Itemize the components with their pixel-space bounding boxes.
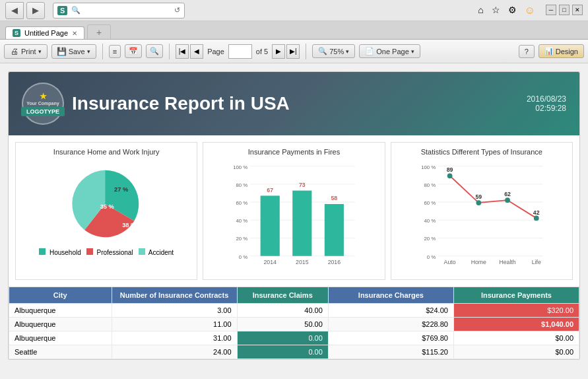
bar-chart-title: Insurance Payments in Fires: [209, 148, 379, 156]
cell-charges: $769.80: [328, 331, 453, 345]
view-icon: 📄: [365, 47, 374, 55]
help-button[interactable]: ?: [519, 45, 535, 58]
page-number-input[interactable]: 1: [228, 44, 252, 59]
col-claims: Insurance Claims: [237, 287, 328, 304]
household-label: Household: [49, 249, 81, 256]
smiley-icon[interactable]: ☺: [525, 5, 535, 17]
separator-2: [169, 44, 170, 59]
maximize-button[interactable]: □: [559, 5, 570, 15]
svg-text:89: 89: [446, 166, 453, 173]
bar-2014: [261, 195, 280, 256]
new-tab-button[interactable]: +: [87, 24, 111, 39]
settings-icon[interactable]: ⚙: [508, 5, 517, 17]
bar-2016: [325, 204, 344, 256]
page-label: Page: [207, 48, 224, 55]
save-icon: 💾: [57, 47, 67, 56]
cell-charges: $228.80: [328, 318, 453, 331]
save-button[interactable]: 💾 Save ▾: [51, 44, 96, 59]
zoom-button[interactable]: 🔍 75% ▾: [312, 44, 355, 58]
line-chart-line: [449, 176, 536, 218]
back-button[interactable]: ◀: [5, 2, 24, 19]
design-label: Design: [556, 48, 578, 55]
svg-text:2016: 2016: [328, 259, 341, 265]
cell-city: Albuquerque: [9, 318, 112, 331]
pie-chart-wrapper: 38 % 35 % 27 % Household Professional: [21, 160, 191, 256]
table-row: Seattle 24.00 0.00 $115.20 $0.00: [9, 345, 579, 359]
forward-button[interactable]: ▶: [26, 2, 45, 19]
minimize-button[interactable]: ─: [546, 5, 556, 15]
refresh-icon[interactable]: ↺: [174, 6, 180, 15]
home-icon[interactable]: ⌂: [478, 5, 483, 17]
bar-chart-svg: 100 % 80 % 60 % 40 % 20 % 0 %: [209, 160, 379, 272]
save-label: Save: [69, 48, 85, 55]
svg-text:Life: Life: [531, 259, 540, 265]
line-chart-svg: 100 % 80 % 60 % 40 % 20 % 0 %: [397, 160, 567, 272]
svg-text:2014: 2014: [264, 259, 277, 265]
cell-city: Seattle: [9, 345, 112, 359]
logo-tag: LOGOTYPE: [21, 107, 65, 116]
svg-text:Auto: Auto: [443, 259, 455, 265]
first-page-button[interactable]: |◀: [176, 44, 189, 59]
accident-dot: [139, 248, 145, 255]
active-tab[interactable]: S Untitled Page ✕: [5, 26, 84, 39]
tab-bar: S Untitled Page ✕ +: [0, 21, 588, 40]
zoom-dropdown-icon[interactable]: ▾: [346, 48, 349, 55]
svg-text:73: 73: [299, 182, 306, 188]
svg-text:100 %: 100 %: [421, 164, 436, 170]
cell-city: Albuquerque: [9, 331, 112, 345]
svg-text:67: 67: [267, 187, 274, 193]
save-dropdown-icon[interactable]: ▾: [87, 48, 90, 55]
svg-text:27 %: 27 %: [114, 186, 128, 193]
cell-payments: $0.00: [453, 331, 579, 345]
data-table: City Number of Insurance Contracts Insur…: [9, 287, 579, 359]
url-input[interactable]: [83, 7, 174, 15]
svg-text:80 %: 80 %: [424, 182, 436, 188]
pie-legend: Household Professional Accident: [39, 248, 174, 256]
table-row: Albuquerque 11.00 50.00 $228.80 $1,040.0…: [9, 318, 579, 331]
calendar-button[interactable]: 📅: [125, 44, 142, 58]
design-button[interactable]: 📊 Design: [539, 44, 584, 58]
professional-legend: Professional: [86, 248, 133, 256]
pie-chart-box: Insurance Home and Work Injury: [15, 142, 197, 280]
next-page-button[interactable]: ▶: [272, 44, 285, 59]
table-row: Albuquerque 31.00 0.00 $769.80 $0.00: [9, 331, 579, 345]
page-navigation: |◀ ◀ Page 1 of 5 ▶ ▶|: [176, 44, 300, 59]
cell-payments: $1,040.00: [453, 318, 579, 331]
search-button[interactable]: 🔍: [146, 44, 163, 58]
svg-text:2015: 2015: [296, 259, 309, 265]
print-button[interactable]: 🖨 Print ▾: [4, 44, 48, 59]
table-row: Albuquerque 3.00 40.00 $24.00 $320.00: [9, 304, 579, 318]
last-page-button[interactable]: ▶|: [286, 44, 300, 59]
grid-view-button[interactable]: ≡: [109, 45, 121, 58]
col-payments: Insurance Payments: [453, 287, 579, 304]
star-icon[interactable]: ☆: [492, 5, 500, 17]
close-button[interactable]: ✕: [572, 5, 583, 15]
prev-page-button[interactable]: ◀: [190, 44, 203, 59]
bar-chart-box: Insurance Payments in Fires 100 % 80 % 6…: [203, 142, 385, 280]
report-date: 2016/08/23: [527, 94, 566, 104]
print-label: Print: [21, 48, 36, 55]
report-container: ★ Your Company LOGOTYPE Insurance Report…: [8, 71, 580, 360]
zoom-icon: 🔍: [318, 47, 327, 55]
cell-contracts: 24.00: [112, 345, 237, 359]
print-dropdown-icon[interactable]: ▾: [38, 48, 42, 55]
tab-close-button[interactable]: ✕: [72, 30, 77, 37]
col-charges: Insurance Charges: [328, 287, 453, 304]
view-dropdown-icon[interactable]: ▾: [411, 48, 414, 55]
svg-text:Health: Health: [499, 259, 515, 265]
col-city: City: [9, 287, 112, 304]
cell-payments: $320.00: [453, 304, 579, 318]
professional-label: Professional: [97, 249, 133, 256]
point-health: [505, 197, 510, 203]
report-title: Insurance Report in USA: [72, 93, 290, 114]
pie-chart-title: Insurance Home and Work Injury: [21, 148, 191, 156]
svg-text:20 %: 20 %: [236, 236, 248, 242]
view-mode-button[interactable]: 📄 One Page ▾: [359, 44, 420, 58]
svg-text:0 %: 0 %: [426, 254, 435, 260]
tab-title: Untitled Page: [24, 29, 68, 37]
browser-logo: S: [57, 6, 67, 15]
address-bar[interactable]: S 🔍 ↺: [53, 3, 185, 18]
svg-text:60 %: 60 %: [236, 200, 248, 206]
household-legend: Household: [39, 248, 81, 256]
page-of-label: of 5: [256, 48, 268, 55]
